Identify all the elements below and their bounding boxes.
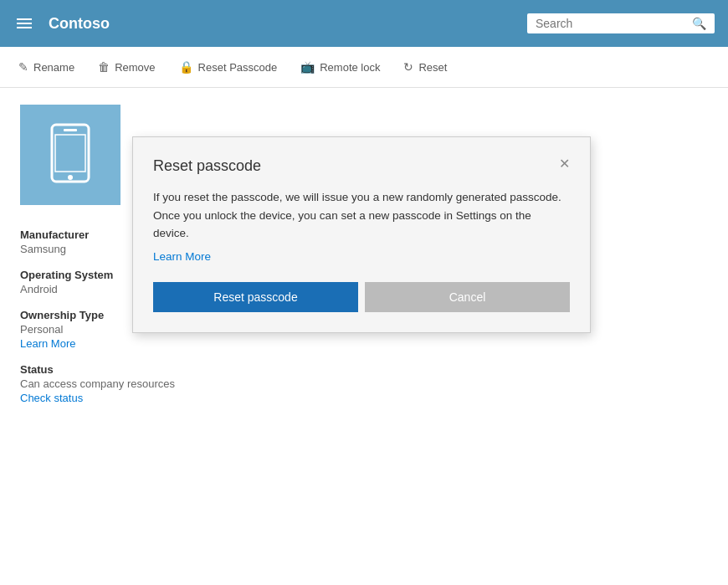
reset-passcode-label: Reset Passcode — [198, 61, 278, 74]
app-header: Contoso 🔍 — [0, 0, 728, 47]
main-content: Phone Samsung – Galaxy 9 Manufacturer Sa… — [0, 88, 728, 421]
action-toolbar: ✎ Rename 🗑 Remove 🔒 Reset Passcode 📺 Rem… — [0, 47, 728, 88]
remote-lock-icon: 📺 — [300, 60, 315, 74]
remove-button[interactable]: 🗑 Remove — [96, 57, 156, 77]
search-input[interactable] — [536, 17, 687, 30]
modal-learn-more-link[interactable]: Learn More — [153, 248, 570, 266]
modal-cancel-button[interactable]: Cancel — [365, 282, 570, 312]
modal-title: Reset passcode — [153, 157, 261, 175]
modal-body-line1: If you reset the passcode, we will issue… — [153, 191, 561, 203]
modal-header: Reset passcode ✕ — [153, 157, 570, 175]
modal-body-line2: Once you unlock the device, you can set … — [153, 209, 531, 240]
modal-overlay: Reset passcode ✕ If you reset the passco… — [0, 88, 728, 421]
reset-button[interactable]: ↻ Reset — [402, 57, 449, 77]
hamburger-menu-icon[interactable] — [13, 15, 35, 32]
remove-icon: 🗑 — [98, 60, 110, 74]
rename-button[interactable]: ✎ Rename — [17, 57, 76, 77]
search-container: 🔍 — [527, 13, 715, 33]
remove-label: Remove — [115, 61, 155, 74]
reset-passcode-button[interactable]: 🔒 Reset Passcode — [177, 57, 279, 77]
reset-label: Reset — [418, 61, 447, 74]
reset-passcode-modal: Reset passcode ✕ If you reset the passco… — [132, 136, 591, 333]
modal-actions: Reset passcode Cancel — [153, 282, 570, 312]
rename-label: Rename — [33, 61, 74, 74]
reset-icon: ↻ — [403, 60, 413, 74]
modal-close-button[interactable]: ✕ — [559, 157, 570, 171]
modal-reset-passcode-button[interactable]: Reset passcode — [153, 282, 358, 312]
rename-icon: ✎ — [18, 60, 28, 74]
remote-lock-button[interactable]: 📺 Remote lock — [299, 57, 382, 77]
search-icon: 🔍 — [692, 17, 706, 30]
remote-lock-label: Remote lock — [320, 61, 380, 74]
app-title: Contoso — [49, 15, 514, 33]
modal-body: If you reset the passcode, we will issue… — [153, 188, 570, 265]
reset-passcode-icon: 🔒 — [179, 60, 193, 74]
